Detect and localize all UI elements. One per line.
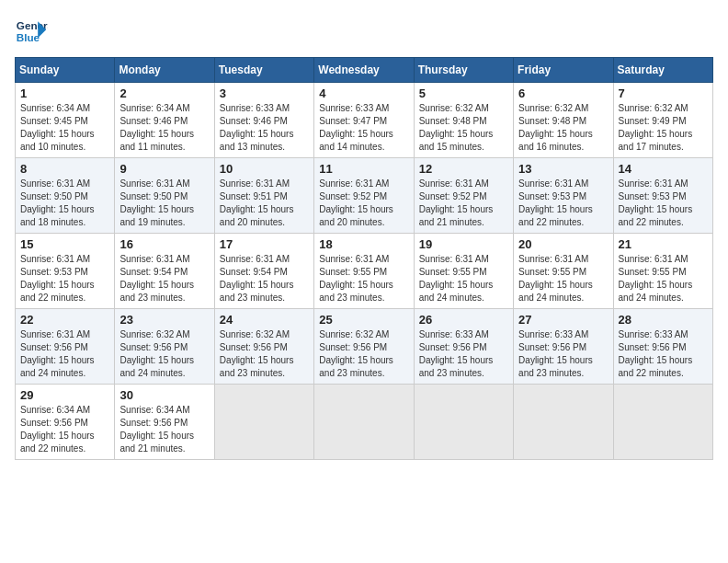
day-number: 8	[20, 162, 109, 176]
day-number: 19	[419, 237, 508, 251]
day-info: Sunrise: 6:32 AMSunset: 9:56 PMDaylight:…	[119, 329, 194, 378]
calendar-cell: 29 Sunrise: 6:34 AMSunset: 9:56 PMDaylig…	[16, 385, 115, 460]
day-number: 24	[220, 313, 309, 327]
day-number: 29	[20, 388, 109, 402]
calendar-cell: 18 Sunrise: 6:31 AMSunset: 9:55 PMDaylig…	[314, 234, 414, 309]
calendar-cell: 22 Sunrise: 6:31 AMSunset: 9:56 PMDaylig…	[16, 309, 115, 385]
day-info: Sunrise: 6:31 AMSunset: 9:54 PMDaylight:…	[220, 254, 294, 303]
calendar-cell: 8 Sunrise: 6:31 AMSunset: 9:50 PMDayligh…	[16, 158, 115, 234]
day-number: 6	[518, 86, 608, 100]
day-number: 21	[619, 237, 708, 251]
day-number: 20	[518, 237, 608, 251]
calendar-cell: 21 Sunrise: 6:31 AMSunset: 9:55 PMDaylig…	[613, 234, 712, 309]
calendar-cell: 9 Sunrise: 6:31 AMSunset: 9:50 PMDayligh…	[115, 158, 214, 234]
svg-text:Blue: Blue	[17, 31, 40, 43]
day-number: 11	[319, 162, 408, 176]
calendar-cell	[414, 385, 513, 460]
calendar-cell	[214, 385, 313, 460]
calendar-cell: 7 Sunrise: 6:32 AMSunset: 9:49 PMDayligh…	[613, 83, 712, 158]
calendar-cell: 15 Sunrise: 6:31 AMSunset: 9:53 PMDaylig…	[16, 234, 115, 309]
logo: General Blue	[15, 15, 48, 48]
day-info: Sunrise: 6:31 AMSunset: 9:55 PMDaylight:…	[319, 254, 393, 303]
day-info: Sunrise: 6:31 AMSunset: 9:50 PMDaylight:…	[119, 178, 194, 227]
day-info: Sunrise: 6:31 AMSunset: 9:55 PMDaylight:…	[619, 254, 693, 303]
calendar-header-row: Sunday Monday Tuesday Wednesday Thursday…	[16, 58, 713, 83]
calendar-cell: 27 Sunrise: 6:33 AMSunset: 9:56 PMDaylig…	[514, 309, 613, 385]
day-number: 30	[119, 388, 209, 402]
col-wednesday: Wednesday	[314, 58, 414, 83]
calendar-cell: 11 Sunrise: 6:31 AMSunset: 9:52 PMDaylig…	[314, 158, 414, 234]
calendar-cell: 23 Sunrise: 6:32 AMSunset: 9:56 PMDaylig…	[115, 309, 214, 385]
day-info: Sunrise: 6:31 AMSunset: 9:52 PMDaylight:…	[419, 178, 494, 227]
calendar-cell: 28 Sunrise: 6:33 AMSunset: 9:56 PMDaylig…	[613, 309, 712, 385]
day-info: Sunrise: 6:31 AMSunset: 9:53 PMDaylight:…	[619, 178, 693, 227]
calendar-cell: 5 Sunrise: 6:32 AMSunset: 9:48 PMDayligh…	[414, 83, 513, 158]
calendar-table: Sunday Monday Tuesday Wednesday Thursday…	[15, 57, 713, 460]
day-info: Sunrise: 6:32 AMSunset: 9:56 PMDaylight:…	[319, 329, 393, 378]
calendar-cell: 6 Sunrise: 6:32 AMSunset: 9:48 PMDayligh…	[514, 83, 613, 158]
day-info: Sunrise: 6:33 AMSunset: 9:46 PMDaylight:…	[220, 103, 294, 152]
day-number: 1	[20, 86, 109, 100]
calendar-cell: 30 Sunrise: 6:34 AMSunset: 9:56 PMDaylig…	[115, 385, 214, 460]
calendar-cell: 4 Sunrise: 6:33 AMSunset: 9:47 PMDayligh…	[314, 83, 414, 158]
day-number: 26	[419, 313, 508, 327]
day-info: Sunrise: 6:32 AMSunset: 9:48 PMDaylight:…	[518, 103, 593, 152]
day-info: Sunrise: 6:34 AMSunset: 9:56 PMDaylight:…	[20, 405, 95, 454]
day-info: Sunrise: 6:32 AMSunset: 9:56 PMDaylight:…	[220, 329, 294, 378]
day-number: 4	[319, 86, 408, 100]
calendar-cell: 19 Sunrise: 6:31 AMSunset: 9:55 PMDaylig…	[414, 234, 513, 309]
col-monday: Monday	[115, 58, 214, 83]
calendar-cell: 25 Sunrise: 6:32 AMSunset: 9:56 PMDaylig…	[314, 309, 414, 385]
col-thursday: Thursday	[414, 58, 513, 83]
calendar-week-1: 1 Sunrise: 6:34 AMSunset: 9:45 PMDayligh…	[16, 83, 713, 158]
day-info: Sunrise: 6:31 AMSunset: 9:53 PMDaylight:…	[518, 178, 593, 227]
calendar-cell: 1 Sunrise: 6:34 AMSunset: 9:45 PMDayligh…	[16, 83, 115, 158]
calendar-cell: 26 Sunrise: 6:33 AMSunset: 9:56 PMDaylig…	[414, 309, 513, 385]
day-info: Sunrise: 6:31 AMSunset: 9:55 PMDaylight:…	[419, 254, 494, 303]
day-number: 15	[20, 237, 109, 251]
calendar-week-4: 22 Sunrise: 6:31 AMSunset: 9:56 PMDaylig…	[16, 309, 713, 385]
day-number: 10	[220, 162, 309, 176]
col-tuesday: Tuesday	[214, 58, 313, 83]
calendar-cell	[314, 385, 414, 460]
day-number: 13	[518, 162, 608, 176]
calendar-cell	[613, 385, 712, 460]
day-info: Sunrise: 6:34 AMSunset: 9:46 PMDaylight:…	[119, 103, 194, 152]
day-number: 28	[619, 313, 708, 327]
col-saturday: Saturday	[613, 58, 712, 83]
day-number: 27	[518, 313, 608, 327]
day-info: Sunrise: 6:33 AMSunset: 9:56 PMDaylight:…	[419, 329, 494, 378]
day-number: 14	[619, 162, 708, 176]
day-number: 17	[220, 237, 309, 251]
calendar-cell: 10 Sunrise: 6:31 AMSunset: 9:51 PMDaylig…	[214, 158, 313, 234]
day-info: Sunrise: 6:32 AMSunset: 9:49 PMDaylight:…	[619, 103, 693, 152]
day-info: Sunrise: 6:34 AMSunset: 9:45 PMDaylight:…	[20, 103, 95, 152]
calendar-week-3: 15 Sunrise: 6:31 AMSunset: 9:53 PMDaylig…	[16, 234, 713, 309]
day-info: Sunrise: 6:31 AMSunset: 9:55 PMDaylight:…	[518, 254, 593, 303]
day-info: Sunrise: 6:31 AMSunset: 9:50 PMDaylight:…	[20, 178, 95, 227]
day-info: Sunrise: 6:31 AMSunset: 9:56 PMDaylight:…	[20, 329, 95, 378]
day-info: Sunrise: 6:34 AMSunset: 9:56 PMDaylight:…	[119, 405, 194, 454]
logo-icon: General Blue	[15, 15, 48, 48]
col-sunday: Sunday	[16, 58, 115, 83]
day-number: 23	[119, 313, 209, 327]
calendar-cell: 13 Sunrise: 6:31 AMSunset: 9:53 PMDaylig…	[514, 158, 613, 234]
calendar-cell: 17 Sunrise: 6:31 AMSunset: 9:54 PMDaylig…	[214, 234, 313, 309]
day-info: Sunrise: 6:31 AMSunset: 9:53 PMDaylight:…	[20, 254, 95, 303]
calendar-cell: 12 Sunrise: 6:31 AMSunset: 9:52 PMDaylig…	[414, 158, 513, 234]
page-header: General Blue	[15, 15, 713, 48]
calendar-week-2: 8 Sunrise: 6:31 AMSunset: 9:50 PMDayligh…	[16, 158, 713, 234]
day-number: 2	[119, 86, 209, 100]
calendar-cell: 14 Sunrise: 6:31 AMSunset: 9:53 PMDaylig…	[613, 158, 712, 234]
calendar-cell: 24 Sunrise: 6:32 AMSunset: 9:56 PMDaylig…	[214, 309, 313, 385]
day-number: 3	[220, 86, 309, 100]
calendar-cell: 16 Sunrise: 6:31 AMSunset: 9:54 PMDaylig…	[115, 234, 214, 309]
calendar-cell: 3 Sunrise: 6:33 AMSunset: 9:46 PMDayligh…	[214, 83, 313, 158]
calendar-cell: 2 Sunrise: 6:34 AMSunset: 9:46 PMDayligh…	[115, 83, 214, 158]
day-info: Sunrise: 6:33 AMSunset: 9:56 PMDaylight:…	[619, 329, 693, 378]
calendar-week-5: 29 Sunrise: 6:34 AMSunset: 9:56 PMDaylig…	[16, 385, 713, 460]
day-number: 5	[419, 86, 508, 100]
day-number: 25	[319, 313, 408, 327]
day-info: Sunrise: 6:32 AMSunset: 9:48 PMDaylight:…	[419, 103, 494, 152]
day-info: Sunrise: 6:33 AMSunset: 9:47 PMDaylight:…	[319, 103, 393, 152]
